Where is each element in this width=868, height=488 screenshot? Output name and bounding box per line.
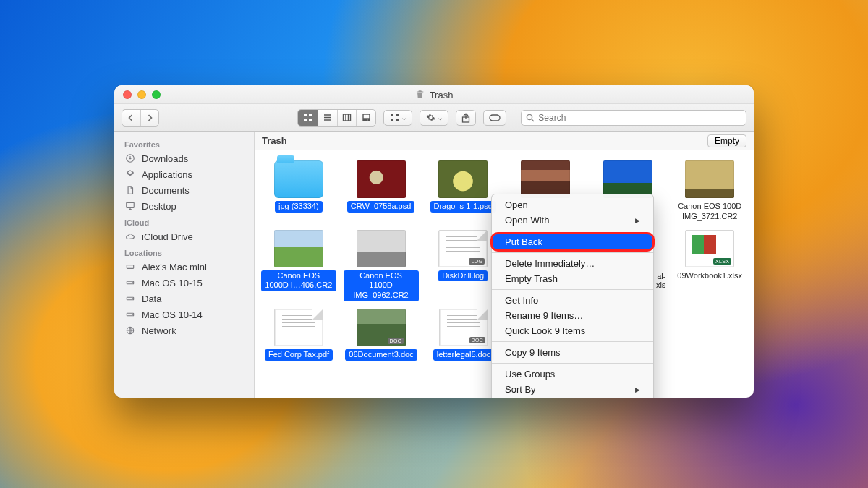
file-name: letterlegal5.doc bbox=[433, 349, 495, 361]
file-name: Canon EOS 1000D I…406.CR2 bbox=[261, 270, 336, 292]
ctx-open-with[interactable]: Open With bbox=[492, 213, 653, 228]
back-button[interactable] bbox=[122, 110, 140, 126]
file-item[interactable]: DOC 06Document3.doc bbox=[340, 306, 422, 361]
svg-point-30 bbox=[132, 314, 132, 315]
ctx-use-groups[interactable]: Use Groups bbox=[492, 367, 653, 382]
svg-rect-23 bbox=[127, 202, 135, 207]
location-path: Trash bbox=[262, 135, 287, 146]
file-name: jpg (33334) bbox=[275, 201, 323, 213]
file-name: 06Document3.doc bbox=[345, 349, 417, 361]
traffic-lights bbox=[114, 90, 161, 99]
titlebar[interactable]: Trash bbox=[114, 85, 754, 104]
file-type-tag: XLSX bbox=[713, 258, 731, 265]
close-button[interactable] bbox=[123, 90, 132, 99]
file-thumbnail bbox=[274, 309, 323, 346]
list-view-button[interactable] bbox=[318, 110, 337, 126]
file-item[interactable]: Fed Corp Tax.pdf bbox=[258, 306, 340, 361]
file-item[interactable]: Canon EOS 1100D IMG_0962.CR2 bbox=[340, 227, 422, 301]
file-item[interactable]: jpg (33334) bbox=[258, 158, 340, 223]
svg-rect-1 bbox=[309, 114, 312, 116]
group-by-button[interactable]: ⌵ bbox=[383, 110, 412, 126]
sidebar-item-icloud-drive[interactable]: iCloud Drive bbox=[114, 228, 254, 244]
ctx-separator bbox=[492, 341, 653, 342]
ctx-put-back[interactable]: Put Back bbox=[493, 234, 652, 249]
file-thumbnail bbox=[603, 160, 652, 198]
svg-point-28 bbox=[132, 299, 132, 299]
apps-icon bbox=[124, 168, 136, 180]
ctx-sort-by[interactable]: Sort By bbox=[492, 382, 653, 397]
chevron-down-icon: ⌵ bbox=[438, 114, 442, 121]
file-name: Canon EOS 100D IMG_3721.CR2 bbox=[672, 201, 747, 223]
search-input[interactable] bbox=[538, 113, 741, 123]
search-field[interactable] bbox=[521, 110, 746, 126]
svg-rect-16 bbox=[391, 119, 393, 121]
forward-button[interactable] bbox=[140, 110, 158, 126]
ctx-show-view-options[interactable]: Show View Options bbox=[492, 397, 653, 398]
svg-rect-15 bbox=[396, 114, 399, 116]
ctx-get-info[interactable]: Get Info bbox=[492, 293, 653, 308]
sidebar-label: iCloud Drive bbox=[142, 231, 193, 242]
sidebar-label: Applications bbox=[142, 169, 192, 180]
file-thumbnail: DOC bbox=[357, 309, 406, 346]
sidebar-item-desktop[interactable]: Desktop bbox=[114, 198, 254, 214]
nav-buttons bbox=[122, 109, 159, 127]
file-item[interactable]: XLSX 09Workbook1.xlsx bbox=[668, 227, 751, 301]
svg-rect-19 bbox=[490, 115, 500, 121]
svg-point-20 bbox=[527, 114, 532, 119]
sidebar-item-disk-1014[interactable]: Mac OS 10-14 bbox=[114, 307, 254, 322]
sidebar-item-applications[interactable]: Applications bbox=[114, 166, 254, 182]
svg-rect-12 bbox=[365, 120, 367, 121]
trash-icon bbox=[415, 90, 425, 100]
download-icon bbox=[124, 153, 136, 164]
share-icon bbox=[461, 113, 470, 123]
ctx-delete-immediately[interactable]: Delete Immediately… bbox=[492, 256, 653, 271]
ctx-empty-trash[interactable]: Empty Trash bbox=[492, 271, 653, 286]
sidebar-label: Mac OS 10-14 bbox=[142, 309, 203, 320]
ctx-open[interactable]: Open bbox=[492, 197, 653, 213]
minimize-button[interactable] bbox=[137, 90, 146, 99]
gallery-view-button[interactable] bbox=[356, 110, 375, 126]
action-button[interactable]: ⌵ bbox=[420, 110, 448, 126]
sidebar-label: Documents bbox=[142, 185, 190, 196]
file-thumbnail: XLSX bbox=[685, 230, 734, 267]
ctx-copy[interactable]: Copy 9 Items bbox=[492, 345, 653, 360]
column-view-button[interactable] bbox=[337, 110, 357, 126]
ctx-rename[interactable]: Rename 9 Items… bbox=[492, 308, 653, 323]
gear-icon bbox=[426, 113, 435, 122]
svg-rect-14 bbox=[391, 114, 393, 116]
globe-icon bbox=[124, 325, 136, 336]
file-name: Drago_s 1-1.psd bbox=[430, 201, 496, 213]
cloud-icon bbox=[124, 231, 136, 242]
svg-rect-11 bbox=[363, 120, 365, 121]
sidebar-item-macmini[interactable]: Alex's Mac mini bbox=[114, 259, 254, 275]
disk-icon bbox=[124, 277, 136, 288]
machine-icon bbox=[124, 261, 136, 273]
file-thumbnail: LOG bbox=[438, 230, 488, 267]
share-button[interactable] bbox=[456, 110, 476, 126]
icon-view-button[interactable] bbox=[298, 110, 318, 126]
sidebar-label: Mac OS 10-15 bbox=[142, 278, 203, 288]
window-title: Trash bbox=[415, 89, 454, 100]
ctx-quick-look[interactable]: Quick Look 9 Items bbox=[492, 323, 653, 338]
disk-icon bbox=[124, 309, 136, 320]
empty-trash-button[interactable]: Empty bbox=[707, 134, 746, 147]
file-thumbnail bbox=[274, 230, 323, 267]
file-item[interactable]: CRW_0758a.psd bbox=[340, 158, 422, 223]
sidebar-item-disk-data[interactable]: Data bbox=[114, 291, 254, 307]
file-item[interactable]: Canon EOS 1000D I…406.CR2 bbox=[258, 227, 340, 301]
svg-rect-13 bbox=[368, 120, 370, 121]
sidebar-header-favorites: Favorites bbox=[114, 136, 254, 150]
tags-button[interactable] bbox=[483, 110, 506, 126]
sidebar-item-disk-1015[interactable]: Mac OS 10-15 bbox=[114, 275, 254, 291]
svg-point-26 bbox=[132, 283, 132, 283]
sidebar-label: Network bbox=[142, 325, 176, 336]
zoom-button[interactable] bbox=[152, 90, 161, 99]
file-thumbnail bbox=[685, 160, 734, 198]
svg-rect-2 bbox=[304, 119, 307, 121]
sidebar-label: Desktop bbox=[142, 201, 176, 212]
sidebar-item-documents[interactable]: Documents bbox=[114, 182, 254, 198]
sidebar-item-network[interactable]: Network bbox=[114, 322, 254, 338]
sidebar-item-downloads[interactable]: Downloads bbox=[114, 150, 254, 166]
file-type-tag: DOC bbox=[469, 337, 485, 343]
file-item[interactable]: Canon EOS 100D IMG_3721.CR2 bbox=[668, 158, 751, 223]
